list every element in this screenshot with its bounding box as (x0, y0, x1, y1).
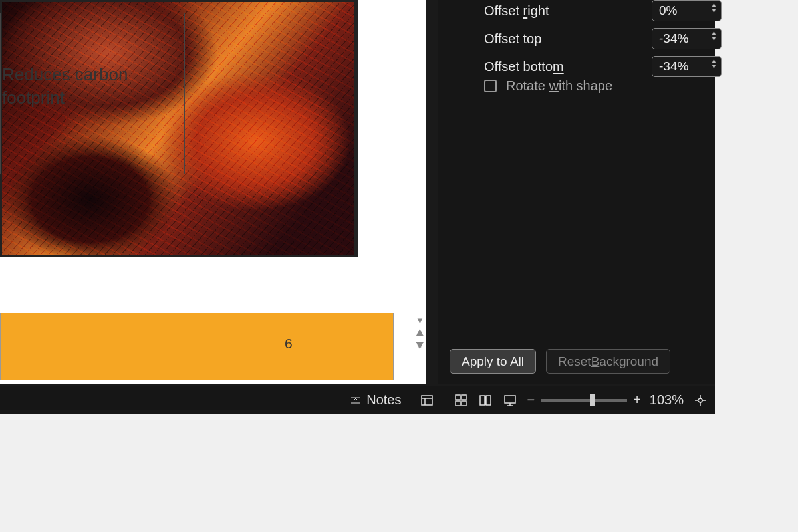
notes-icon (349, 394, 362, 407)
rotate-with-shape-label: Rotate with shape (506, 78, 612, 94)
offset-top-label: Offset top (484, 31, 610, 47)
slideshow-button[interactable] (502, 392, 518, 408)
zoom-in-button[interactable]: + (633, 392, 641, 408)
offset-top-input[interactable]: ▲▼ (652, 28, 722, 49)
zoom-slider[interactable] (541, 399, 627, 402)
slide-nav-buttons: ▼ ⯆ ⯆ (416, 316, 424, 350)
nav-last-icon[interactable]: ⯆ (416, 341, 424, 350)
svg-rect-2 (462, 395, 466, 400)
svg-rect-1 (456, 395, 460, 400)
reset-background-button[interactable]: Reset Background (546, 349, 670, 374)
spinner-down-icon[interactable]: ▼ (711, 64, 717, 70)
offset-top-row: Offset top ▲▼ (484, 28, 722, 49)
offset-top-field[interactable] (659, 31, 699, 46)
offset-bottom-label: Offset bottom (484, 59, 610, 74)
svg-rect-4 (462, 401, 466, 406)
offset-right-input[interactable]: ▲▼ (652, 0, 722, 21)
zoom-percent[interactable]: 103% (650, 392, 684, 408)
reading-view-button[interactable] (477, 392, 493, 408)
divider (410, 392, 410, 409)
format-background-panel: Offset right ▲▼ Offset top ▲▼ Offset bot… (438, 0, 715, 384)
fit-to-window-button[interactable] (692, 392, 708, 408)
status-bar: Notes − + 103% (0, 386, 715, 414)
text-box-content: Reduces carbon footprint (2, 63, 128, 110)
normal-view-button[interactable] (419, 392, 435, 408)
slide-sorter-button[interactable] (453, 392, 469, 408)
offset-bottom-field[interactable] (659, 59, 699, 74)
slide-accent-bar (0, 313, 394, 380)
nav-prev-icon[interactable]: ▼ (416, 316, 424, 325)
spinner-down-icon[interactable]: ▼ (711, 8, 717, 14)
offset-right-field[interactable] (659, 3, 699, 18)
app-window: Reduces carbon footprint 6 ▼ ⯆ ⯆ Offset … (0, 0, 715, 414)
divider (444, 392, 444, 409)
offset-right-row: Offset right ▲▼ (484, 0, 722, 21)
svg-rect-0 (422, 396, 432, 405)
apply-to-all-button[interactable]: Apply to All (450, 349, 536, 374)
notes-button[interactable]: Notes (349, 392, 401, 408)
zoom-controls: − + (527, 392, 640, 408)
slide-number: 6 (285, 336, 293, 352)
offset-bottom-input[interactable]: ▲▼ (652, 56, 722, 77)
spinner-down-icon[interactable]: ▼ (711, 36, 717, 42)
panel-buttons: Apply to All Reset Background (450, 349, 670, 374)
svg-rect-5 (505, 396, 515, 403)
offset-bottom-row: Offset bottom ▲▼ (484, 56, 722, 77)
rotate-with-shape-row: Rotate with shape (484, 78, 612, 94)
rotate-with-shape-checkbox[interactable] (484, 80, 497, 92)
nav-first-icon[interactable]: ⯆ (416, 329, 424, 337)
offset-right-label: Offset right (484, 3, 610, 19)
canvas-area: Reduces carbon footprint 6 ▼ ⯆ ⯆ (0, 0, 426, 384)
svg-rect-3 (456, 401, 460, 406)
zoom-out-button[interactable]: − (527, 392, 535, 408)
text-box[interactable]: Reduces carbon footprint (0, 13, 185, 174)
